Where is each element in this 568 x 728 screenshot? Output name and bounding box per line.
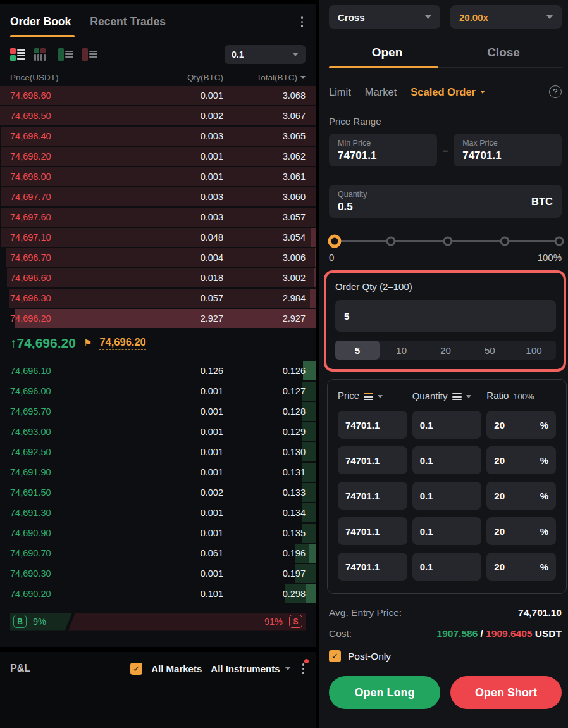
percent-suffix: % <box>540 526 548 537</box>
bid-row[interactable]: 74,690.90 0.001 0.135 <box>0 523 316 543</box>
bid-row[interactable]: 74,695.70 0.001 0.128 <box>0 401 316 422</box>
slider-stop-50[interactable] <box>443 237 452 246</box>
tab-open[interactable]: Open <box>329 46 445 60</box>
quantity-input[interactable]: Quantity 0.5 BTC <box>329 185 562 218</box>
price-header-cell[interactable]: Price <box>338 390 407 403</box>
bid-row[interactable]: 74,690.70 0.061 0.196 <box>0 543 316 563</box>
bid-row[interactable]: 74,696.00 0.001 0.127 <box>0 381 316 401</box>
ask-row[interactable]: 74,698.20 0.001 3.062 <box>0 146 316 166</box>
ask-total: 3.068 <box>223 91 306 101</box>
ask-row[interactable]: 74,697.70 0.003 3.060 <box>0 187 316 207</box>
scaled-ratio-input[interactable]: 20 % <box>486 482 556 510</box>
order-qty-preset[interactable]: 20 <box>424 341 468 360</box>
order-book-menu-icon[interactable] <box>299 14 306 30</box>
order-type-row: Limit Market Scaled Order ? <box>329 85 562 98</box>
ask-total: 3.006 <box>223 253 306 263</box>
bid-row[interactable]: 74,691.30 0.001 0.134 <box>0 503 316 523</box>
bid-total: 0.128 <box>223 406 306 417</box>
ask-total: 3.002 <box>223 273 306 283</box>
scaled-qty-input[interactable]: 0.1 <box>412 517 482 545</box>
ask-price: 74,697.60 <box>10 212 105 222</box>
order-qty-preset[interactable]: 100 <box>512 341 556 360</box>
scaled-ratio-input[interactable]: 20 % <box>486 411 556 439</box>
ask-total: 2.984 <box>223 293 306 303</box>
ask-price: 74,698.00 <box>10 172 105 182</box>
cost-label: Cost: <box>329 628 352 639</box>
scaled-qty-input[interactable]: 0.1 <box>412 446 482 474</box>
bid-row[interactable]: 74,691.50 0.002 0.133 <box>0 482 316 503</box>
bid-row[interactable]: 74,691.90 0.001 0.131 <box>0 462 316 482</box>
tab-order-book[interactable]: Order Book <box>10 15 71 28</box>
order-type-limit[interactable]: Limit <box>329 86 351 98</box>
cost-row: Cost: 1907.586 / 1909.6405 USDT <box>329 628 562 639</box>
order-qty-preset[interactable]: 5 <box>335 341 380 360</box>
mark-price[interactable]: 74,696.20 <box>99 336 145 350</box>
order-qty-input[interactable]: 5 <box>335 300 556 332</box>
tab-recent-trades[interactable]: Recent Trades <box>90 15 166 28</box>
order-qty-preset[interactable]: 50 <box>467 341 512 360</box>
ask-row[interactable]: 74,697.10 0.048 3.054 <box>0 227 316 248</box>
all-markets-checkbox[interactable]: ✓ <box>130 663 142 675</box>
order-qty-preset[interactable]: 10 <box>380 341 424 360</box>
ask-row[interactable]: 74,698.50 0.002 3.067 <box>0 106 316 126</box>
slider-stop-25[interactable] <box>386 237 395 246</box>
scaled-ratio-input[interactable]: 20 % <box>486 517 556 545</box>
all-instruments-select[interactable]: All Instruments <box>211 663 290 674</box>
quantity-slider[interactable] <box>329 234 562 248</box>
ask-row[interactable]: 74,696.20 2.927 2.927 <box>0 308 316 329</box>
ask-row[interactable]: 74,698.00 0.001 3.061 <box>0 166 316 187</box>
order-type-scaled[interactable]: Scaled Order <box>411 86 485 98</box>
open-short-button[interactable]: Open Short <box>450 676 562 709</box>
pnl-menu-icon[interactable] <box>300 661 307 677</box>
order-type-market[interactable]: Market <box>365 86 397 98</box>
max-price-input[interactable]: Max Price 74701.1 <box>454 134 562 166</box>
view-combined-book-icon[interactable] <box>10 48 27 61</box>
scaled-ratio-input[interactable]: 20 % <box>486 446 556 474</box>
ask-row[interactable]: 74,696.60 0.018 3.002 <box>0 268 316 288</box>
ask-qty: 0.048 <box>105 232 223 242</box>
ask-row[interactable]: 74,697.60 0.003 3.057 <box>0 207 316 227</box>
leverage-select[interactable]: 20.00x <box>450 5 562 29</box>
ask-row[interactable]: 74,698.40 0.003 3.065 <box>0 126 316 146</box>
bid-qty-bar <box>306 584 316 603</box>
open-long-button[interactable]: Open Long <box>329 676 440 709</box>
min-price-input[interactable]: Min Price 74701.1 <box>329 134 437 166</box>
scaled-price-input[interactable]: 74701.1 <box>338 517 407 545</box>
bid-row[interactable]: 74,693.00 0.001 0.129 <box>0 422 316 442</box>
slider-min-label: 0 <box>329 252 334 263</box>
ask-row[interactable]: 74,698.60 0.001 3.068 <box>0 85 316 106</box>
scaled-qty-input[interactable]: 0.1 <box>412 411 482 439</box>
slider-handle[interactable] <box>328 235 342 248</box>
ask-row[interactable]: 74,696.30 0.057 2.984 <box>0 288 316 308</box>
cost-value: 1907.586 / 1909.6405 USDT <box>437 628 562 639</box>
post-only-checkbox[interactable]: ✓ <box>329 650 341 662</box>
bid-row[interactable]: 74,696.10 0.126 0.126 <box>0 361 316 381</box>
scaled-price-input[interactable]: 74701.1 <box>338 411 407 439</box>
view-depth-columns-icon[interactable] <box>34 48 51 61</box>
scaled-qty-input[interactable]: 0.1 <box>412 553 482 581</box>
quantity-header-cell[interactable]: Quantity <box>412 391 482 403</box>
help-icon[interactable]: ? <box>549 85 562 98</box>
bid-row[interactable]: 74,692.50 0.001 0.130 <box>0 442 316 462</box>
view-bids-only-icon[interactable] <box>58 48 75 61</box>
chevron-down-icon <box>480 91 485 94</box>
scaled-price-input[interactable]: 74701.1 <box>338 482 407 510</box>
scaled-price-input[interactable]: 74701.1 <box>338 446 407 474</box>
tab-close[interactable]: Close <box>445 46 562 60</box>
ask-row[interactable]: 74,696.70 0.004 3.006 <box>0 248 316 268</box>
slider-stop-75[interactable] <box>500 237 509 246</box>
scaled-qty-input[interactable]: 0.1 <box>412 482 482 510</box>
order-book-header: Order Book Recent Trades <box>0 4 316 30</box>
min-price-label: Min Price <box>338 139 428 147</box>
total-column-header[interactable]: Total(BTC) <box>223 73 306 82</box>
bid-row[interactable]: 74,690.30 0.001 0.197 <box>0 563 316 584</box>
margin-mode-select[interactable]: Cross <box>329 5 440 29</box>
ask-qty: 0.001 <box>105 91 223 101</box>
avg-entry-price-value: 74,701.10 <box>518 607 562 618</box>
view-asks-only-icon[interactable] <box>82 48 99 61</box>
scaled-price-input[interactable]: 74701.1 <box>338 553 407 581</box>
bid-row[interactable]: 74,690.20 0.101 0.298 <box>0 584 316 604</box>
slider-stop-100[interactable] <box>555 237 564 246</box>
scaled-ratio-input[interactable]: 20 % <box>486 553 556 581</box>
tick-size-select[interactable]: 0.1 <box>225 45 306 64</box>
